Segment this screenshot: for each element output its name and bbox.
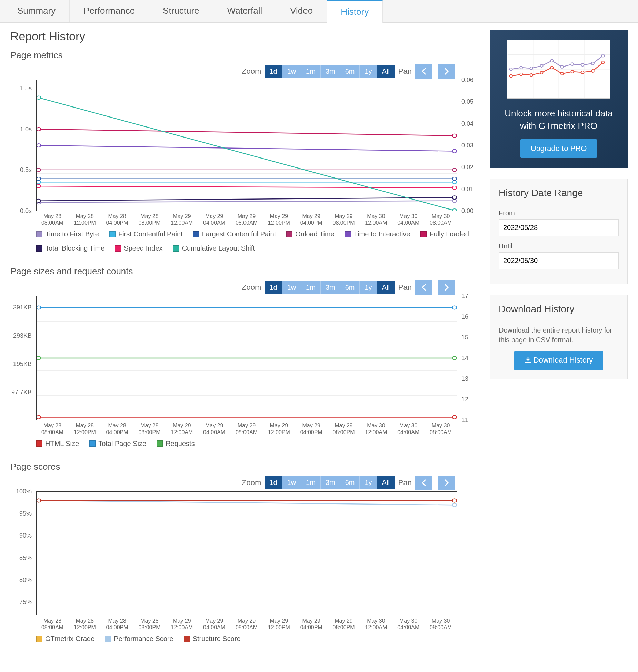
- x-axis: May 2808:00AMMay 2812:00PMMay 2804:00PMM…: [36, 211, 457, 226]
- pan-left-button[interactable]: [415, 280, 432, 295]
- pan-right-button[interactable]: [438, 64, 455, 79]
- zoom-label: Zoom: [242, 67, 261, 76]
- svg-point-25: [37, 96, 41, 99]
- x-tick: May 3012:00AM: [360, 422, 392, 435]
- tab-video[interactable]: Video: [276, 0, 327, 22]
- legend-item[interactable]: First Contentful Paint: [109, 230, 183, 238]
- x-tick: May 2804:00PM: [101, 618, 133, 631]
- legend-item[interactable]: Fully Loaded: [420, 230, 469, 238]
- x-tick: May 3008:00AM: [425, 422, 457, 435]
- x-tick: May 2804:00PM: [101, 422, 133, 435]
- x-tick: May 2908:00AM: [230, 213, 263, 226]
- zoom-1y-button[interactable]: 1y: [360, 65, 377, 78]
- download-desc: Download the entire report history for t…: [499, 325, 619, 345]
- svg-point-43: [37, 499, 41, 502]
- y2-tick: 13: [461, 375, 468, 383]
- upgrade-button[interactable]: Upgrade to PRO: [520, 139, 597, 158]
- section-title: Page scores: [10, 461, 476, 472]
- pan-left-button[interactable]: [415, 476, 432, 490]
- zoom-all-button[interactable]: All: [377, 65, 395, 78]
- svg-line-24: [39, 98, 455, 211]
- legend-item[interactable]: Cumulative Layout Shift: [173, 244, 255, 252]
- svg-point-66: [561, 72, 564, 75]
- legend-item[interactable]: Time to First Byte: [36, 230, 99, 238]
- section-title: Page metrics: [10, 50, 476, 61]
- legend-item[interactable]: Requests: [157, 440, 195, 448]
- y2-tick: 12: [461, 396, 468, 403]
- legend-item[interactable]: GTmetrix Grade: [36, 635, 94, 643]
- zoom-label: Zoom: [242, 283, 261, 292]
- zoom-1d-button[interactable]: 1d: [265, 281, 282, 294]
- legend-item[interactable]: HTML Size: [36, 440, 79, 448]
- y2-tick: 0.03: [461, 142, 473, 149]
- y2-tick: 0.06: [461, 77, 473, 84]
- legend-item[interactable]: Largest Contentful Paint: [193, 230, 276, 238]
- tab-summary[interactable]: Summary: [3, 0, 70, 22]
- zoom-6m-button[interactable]: 6m: [340, 476, 360, 489]
- y-tick: 75%: [19, 599, 32, 606]
- svg-point-13: [37, 144, 41, 147]
- zoom-all-button[interactable]: All: [377, 476, 395, 489]
- zoom-1m-button[interactable]: 1m: [301, 476, 321, 489]
- x-tick: May 3004:00AM: [392, 422, 425, 435]
- legend-item[interactable]: Speed Index: [115, 244, 162, 252]
- legend-item[interactable]: Total Blocking Time: [36, 244, 104, 252]
- svg-point-26: [452, 209, 457, 211]
- zoom-6m-button[interactable]: 6m: [340, 65, 360, 78]
- y-tick: 391KB: [13, 304, 32, 311]
- zoom-1m-button[interactable]: 1m: [301, 281, 321, 294]
- download-icon: [525, 357, 531, 366]
- svg-point-53: [530, 67, 533, 70]
- zoom-1m-button[interactable]: 1m: [301, 65, 321, 78]
- pan-right-button[interactable]: [438, 476, 455, 490]
- until-input[interactable]: [499, 252, 619, 269]
- x-tick: May 3008:00AM: [425, 618, 457, 631]
- zoom-6m-button[interactable]: 6m: [340, 281, 360, 294]
- pan-left-button[interactable]: [415, 64, 432, 79]
- from-input[interactable]: [499, 219, 619, 236]
- x-axis: May 2808:00AMMay 2812:00PMMay 2804:00PMM…: [36, 420, 457, 435]
- zoom-3m-button[interactable]: 3m: [321, 281, 340, 294]
- svg-point-57: [571, 63, 574, 65]
- svg-point-44: [452, 499, 457, 502]
- svg-line-15: [39, 129, 455, 136]
- zoom-all-button[interactable]: All: [377, 281, 395, 294]
- zoom-1w-button[interactable]: 1w: [282, 281, 301, 294]
- zoom-3m-button[interactable]: 3m: [321, 65, 340, 78]
- legend-item[interactable]: Structure Score: [184, 635, 241, 643]
- zoom-1d-button[interactable]: 1d: [265, 65, 282, 78]
- x-tick: May 2808:00AM: [36, 213, 69, 226]
- zoom-1w-button[interactable]: 1w: [282, 476, 301, 489]
- y-tick: 80%: [19, 576, 32, 583]
- zoom-1d-button[interactable]: 1d: [265, 476, 282, 489]
- svg-line-21: [39, 186, 455, 188]
- svg-point-17: [452, 134, 457, 138]
- y-tick: 0.5s: [20, 166, 32, 174]
- zoom-label: Zoom: [242, 478, 261, 487]
- y2-tick: 0.01: [461, 185, 473, 193]
- zoom-1y-button[interactable]: 1y: [360, 476, 377, 489]
- x-tick: May 2808:00PM: [133, 618, 166, 631]
- promo-panel: Unlock more historical data with GTmetri…: [490, 30, 628, 168]
- from-label: From: [499, 209, 619, 217]
- svg-point-23: [452, 186, 457, 190]
- svg-point-11: [452, 168, 457, 172]
- x-tick: May 3004:00AM: [392, 618, 425, 631]
- legend-item[interactable]: Total Page Size: [89, 440, 146, 448]
- legend-item[interactable]: Performance Score: [105, 635, 173, 643]
- pan-label: Pan: [398, 283, 412, 292]
- x-tick: May 2904:00PM: [295, 422, 328, 435]
- svg-point-70: [602, 61, 605, 64]
- legend-item[interactable]: Onload Time: [286, 230, 334, 238]
- tab-history[interactable]: History: [327, 0, 383, 23]
- tab-waterfall[interactable]: Waterfall: [213, 0, 277, 22]
- svg-point-22: [37, 184, 41, 188]
- download-button[interactable]: Download History: [514, 351, 603, 370]
- tab-structure[interactable]: Structure: [149, 0, 213, 22]
- zoom-1y-button[interactable]: 1y: [360, 281, 377, 294]
- zoom-1w-button[interactable]: 1w: [282, 65, 301, 78]
- pan-right-button[interactable]: [438, 280, 455, 295]
- tab-performance[interactable]: Performance: [70, 0, 149, 22]
- legend-item[interactable]: Time to Interactive: [345, 230, 410, 238]
- zoom-3m-button[interactable]: 3m: [321, 476, 340, 489]
